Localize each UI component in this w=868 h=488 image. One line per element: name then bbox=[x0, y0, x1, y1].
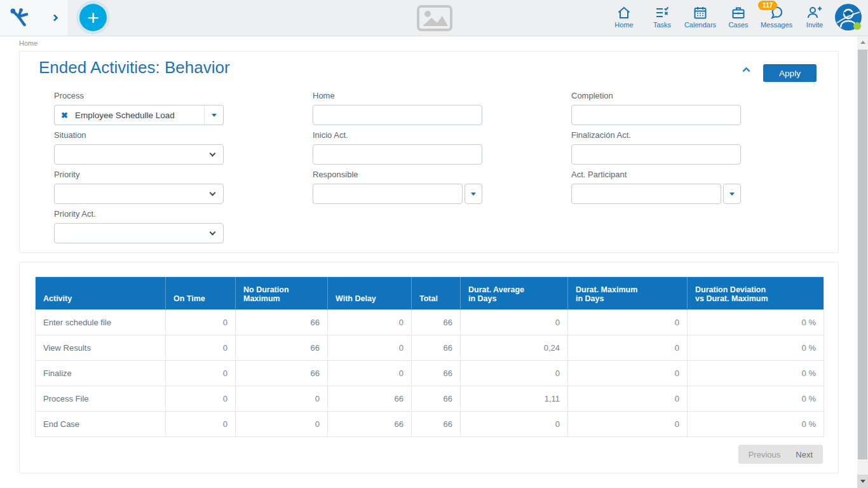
column-header[interactable]: Duration Deviation vs Durat. Maximum bbox=[688, 277, 824, 310]
value-cell: 0 % bbox=[688, 361, 824, 386]
field-inicio-act: Inicio Act. bbox=[313, 130, 482, 165]
column-header[interactable]: Durat. Average in Days bbox=[461, 277, 568, 310]
column-header[interactable]: Durat. Maximum in Days bbox=[568, 277, 688, 310]
value-cell: 0 bbox=[328, 336, 412, 361]
breadcrumb-home-link[interactable]: Home bbox=[19, 39, 37, 47]
priority-act-label: Priority Act. bbox=[54, 209, 224, 219]
results-panel: ActivityOn TimeNo Duration MaximumWith D… bbox=[19, 262, 839, 473]
add-new-case-button[interactable]: + bbox=[79, 4, 107, 31]
field-priority: Priority bbox=[54, 170, 224, 204]
value-cell: 66 bbox=[236, 310, 328, 336]
collapse-filters-button[interactable] bbox=[743, 68, 749, 74]
scroll-down-arrow-icon bbox=[860, 480, 865, 483]
value-cell: 66 bbox=[328, 412, 412, 437]
filter-fields: Process ✖ Employee Schedulle Load Home C… bbox=[54, 91, 838, 243]
previous-button[interactable]: Previous bbox=[741, 450, 789, 459]
home-field-label: Home bbox=[313, 91, 482, 100]
column-header[interactable]: With Delay bbox=[328, 277, 412, 310]
nav-label-messages: Messages bbox=[761, 21, 792, 29]
nav-label-cases: Cases bbox=[728, 21, 748, 29]
value-cell: 0 bbox=[236, 412, 328, 437]
table-body: Enter schedule file066066000 %View Resul… bbox=[36, 310, 824, 437]
activities-table: ActivityOn TimeNo Duration MaximumWith D… bbox=[35, 276, 824, 437]
apply-button[interactable]: Apply bbox=[763, 64, 817, 82]
remove-process-icon[interactable]: ✖ bbox=[61, 111, 68, 120]
value-cell: 0 bbox=[461, 310, 568, 336]
value-cell: 0 bbox=[166, 310, 236, 336]
topnav: Home Tasks Calendars bbox=[605, 3, 834, 29]
act-participant-dropdown-button[interactable] bbox=[723, 184, 741, 204]
image-placeholder-icon bbox=[416, 4, 453, 32]
field-responsible: Responsible bbox=[313, 170, 482, 204]
topbar: + Home Tasks bbox=[0, 0, 868, 36]
situation-select[interactable] bbox=[54, 144, 224, 165]
table-row: View Results0660660,2400 % bbox=[36, 336, 824, 361]
next-button[interactable]: Next bbox=[788, 450, 820, 459]
topnav-invite[interactable]: Invite bbox=[796, 3, 834, 29]
briefcase-icon bbox=[731, 3, 746, 20]
topnav-home[interactable]: Home bbox=[605, 3, 643, 29]
nav-label-calendars: Calendars bbox=[684, 21, 716, 29]
act-participant-combobox bbox=[571, 184, 741, 204]
home-input[interactable] bbox=[313, 105, 482, 125]
responsible-input[interactable] bbox=[313, 184, 463, 204]
inicio-act-input[interactable] bbox=[313, 144, 482, 165]
topnav-calendars[interactable]: Calendars bbox=[681, 3, 719, 29]
finalizacion-act-input[interactable] bbox=[571, 144, 741, 165]
act-participant-label: Act. Participant bbox=[571, 170, 741, 179]
process-selected-chip[interactable]: ✖ Employee Schedulle Load bbox=[54, 105, 205, 125]
topnav-messages[interactable]: 117 Messages bbox=[757, 3, 796, 29]
value-cell: 0 bbox=[328, 361, 412, 386]
messages-badge: 117 bbox=[758, 1, 777, 10]
act-participant-input[interactable] bbox=[571, 184, 721, 204]
value-cell: 0 % bbox=[688, 336, 824, 361]
logo-image-placeholder bbox=[416, 4, 453, 32]
responsible-combobox bbox=[313, 184, 482, 204]
value-cell: 1,11 bbox=[461, 386, 568, 412]
value-cell: 0 bbox=[568, 336, 688, 361]
nav-label-home: Home bbox=[614, 21, 633, 29]
column-header[interactable]: No Duration Maximum bbox=[236, 277, 328, 310]
value-cell: 0 bbox=[166, 361, 236, 386]
value-cell: 66 bbox=[412, 386, 461, 412]
value-cell: 0 bbox=[166, 412, 236, 437]
breadcrumb: Home bbox=[0, 36, 857, 50]
value-cell: 0 bbox=[461, 412, 568, 437]
nav-label-tasks: Tasks bbox=[653, 21, 671, 29]
vertical-scrollbar[interactable] bbox=[857, 36, 868, 488]
page-title: Ended Activities: Behavior bbox=[39, 58, 743, 78]
app-logo[interactable] bbox=[9, 7, 31, 29]
inicio-act-label: Inicio Act. bbox=[313, 130, 482, 140]
column-header[interactable]: Total bbox=[412, 277, 461, 310]
responsible-dropdown-button[interactable] bbox=[465, 184, 482, 204]
nav-label-invite: Invite bbox=[806, 21, 823, 29]
scroll-up-button[interactable] bbox=[857, 36, 868, 48]
value-cell: 0 bbox=[166, 336, 236, 361]
column-header[interactable]: Activity bbox=[36, 277, 166, 310]
scrollbar-thumb[interactable] bbox=[858, 50, 867, 459]
expand-menu-icon[interactable] bbox=[51, 14, 58, 21]
process-value: Employee Schedulle Load bbox=[75, 111, 175, 120]
process-dropdown-button[interactable] bbox=[205, 105, 224, 125]
table-header-row: ActivityOn TimeNo Duration MaximumWith D… bbox=[36, 277, 824, 310]
value-cell: 0 bbox=[568, 412, 688, 437]
topnav-tasks[interactable]: Tasks bbox=[643, 3, 681, 29]
value-cell: 66 bbox=[412, 310, 461, 336]
value-cell: 66 bbox=[236, 336, 328, 361]
topnav-cases[interactable]: Cases bbox=[719, 3, 757, 29]
field-priority-act: Priority Act. bbox=[54, 209, 224, 243]
priority-act-select[interactable] bbox=[54, 223, 224, 243]
user-avatar[interactable] bbox=[834, 3, 864, 32]
priority-select[interactable] bbox=[54, 184, 224, 204]
caret-down-icon bbox=[471, 193, 476, 196]
field-home: Home bbox=[313, 91, 482, 125]
scroll-down-button[interactable] bbox=[857, 475, 868, 488]
chevron-down-icon bbox=[210, 190, 216, 196]
column-header[interactable]: On Time bbox=[166, 277, 236, 310]
chevron-down-icon bbox=[210, 151, 216, 157]
pagination: Previous Next bbox=[738, 445, 823, 464]
plus-icon: + bbox=[87, 8, 99, 28]
value-cell: 0 bbox=[568, 361, 688, 386]
completion-input[interactable] bbox=[571, 105, 741, 125]
value-cell: 66 bbox=[412, 361, 461, 386]
